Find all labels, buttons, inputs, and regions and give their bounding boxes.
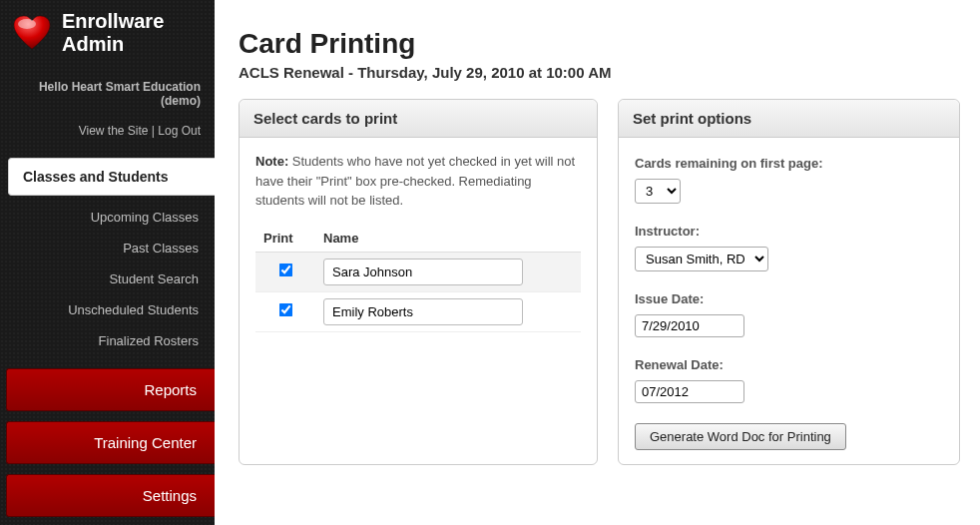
link-sep: | xyxy=(149,124,159,138)
student-name-input[interactable] xyxy=(323,298,523,325)
renewal-date-input[interactable] xyxy=(635,380,744,403)
sidebar-nav: Classes and Students Upcoming Classes Pa… xyxy=(0,158,215,517)
generate-doc-button[interactable]: Generate Word Doc for Printing xyxy=(635,423,846,450)
account-greeting: Hello Heart Smart Education (demo) xyxy=(0,80,201,108)
subnav-unscheduled[interactable]: Unscheduled Students xyxy=(0,294,215,325)
print-checkbox[interactable] xyxy=(278,263,292,277)
sidebar: Enrollware Admin Hello Heart Smart Educa… xyxy=(0,0,215,525)
remaining-select[interactable]: 3 xyxy=(635,179,681,204)
brand: Enrollware Admin xyxy=(0,0,215,80)
subnav: Upcoming Classes Past Classes Student Se… xyxy=(0,196,215,368)
svg-point-0 xyxy=(18,19,36,29)
instructor-label: Instructor: xyxy=(635,224,943,239)
print-options-header: Set print options xyxy=(619,100,959,138)
select-cards-note: Note: Students who have not yet checked … xyxy=(255,152,581,211)
subnav-finalized[interactable]: Finalized Rosters xyxy=(0,325,215,356)
subnav-search[interactable]: Student Search xyxy=(0,263,215,294)
instructor-select[interactable]: Susan Smith, RD xyxy=(635,247,768,271)
account-block: Hello Heart Smart Education (demo) View … xyxy=(0,80,215,144)
nav-training-center[interactable]: Training Center xyxy=(6,421,215,464)
student-row xyxy=(255,291,581,331)
note-label: Note: xyxy=(255,154,288,169)
main-content: Card Printing ACLS Renewal - Thursday, J… xyxy=(215,0,980,525)
logout-link[interactable]: Log Out xyxy=(158,124,201,138)
remaining-label: Cards remaining on first page: xyxy=(635,156,943,171)
note-body: Students who have not yet checked in yet… xyxy=(255,154,575,208)
issue-date-label: Issue Date: xyxy=(635,291,943,306)
print-checkbox[interactable] xyxy=(278,303,292,317)
col-name: Name xyxy=(315,225,581,253)
view-site-link[interactable]: View the Site xyxy=(79,124,149,138)
student-row xyxy=(255,252,581,291)
nav-settings[interactable]: Settings xyxy=(6,474,215,517)
renewal-date-label: Renewal Date: xyxy=(635,357,943,372)
select-cards-panel: Select cards to print Note: Students who… xyxy=(239,99,598,465)
page-subtitle: ACLS Renewal - Thursday, July 29, 2010 a… xyxy=(239,64,960,81)
brand-title: Enrollware Admin xyxy=(62,10,164,56)
col-print: Print xyxy=(255,225,315,253)
nav-reports[interactable]: Reports xyxy=(6,368,215,411)
subnav-upcoming[interactable]: Upcoming Classes xyxy=(0,202,215,233)
print-options-panel: Set print options Cards remaining on fir… xyxy=(618,99,960,465)
select-cards-header: Select cards to print xyxy=(240,100,597,138)
students-table: Print Name xyxy=(255,225,581,332)
heart-icon xyxy=(12,15,52,51)
page-title: Card Printing xyxy=(239,28,960,60)
subnav-past[interactable]: Past Classes xyxy=(0,233,215,263)
nav-classes-students[interactable]: Classes and Students xyxy=(8,158,215,196)
student-name-input[interactable] xyxy=(323,259,523,285)
issue-date-input[interactable] xyxy=(635,314,744,337)
